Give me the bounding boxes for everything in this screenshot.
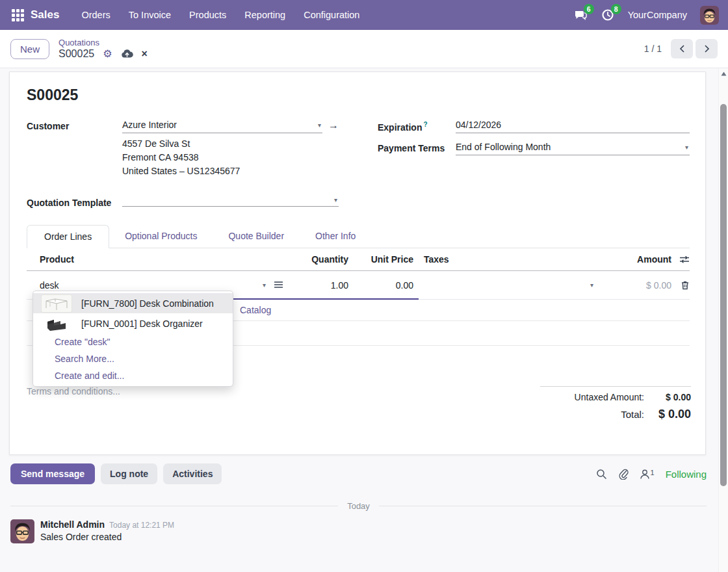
col-header-product[interactable]: Product	[27, 248, 283, 270]
vertical-scrollbar[interactable]	[718, 68, 728, 572]
tab-optional-products[interactable]: Optional Products	[109, 225, 213, 248]
record-pager: 1 / 1	[644, 44, 662, 54]
menu-to-invoice[interactable]: To Invoice	[121, 6, 179, 24]
expiration-field[interactable]: 04/12/2026	[456, 120, 690, 133]
attachments-icon[interactable]	[618, 468, 629, 480]
breadcrumb-quotations-link[interactable]: Quotations	[58, 38, 148, 47]
quantity-input[interactable]: 1.00	[283, 280, 348, 291]
customer-value[interactable]: Azure Interior	[122, 120, 317, 130]
dropdown-search-more[interactable]: Search More...	[33, 350, 233, 367]
scrollbar-thumb[interactable]	[720, 104, 727, 486]
tab-quote-builder[interactable]: Quote Builder	[213, 225, 300, 248]
delete-line-icon[interactable]	[671, 280, 690, 290]
unit-price-input[interactable]: 0.00	[348, 280, 413, 291]
col-header-unit-price[interactable]: Unit Price	[348, 248, 413, 270]
menu-reporting[interactable]: Reporting	[237, 6, 293, 24]
expiration-value[interactable]: 04/12/2026	[456, 120, 690, 130]
customer-internal-link-icon[interactable]: →	[328, 120, 339, 131]
message-body: Sales Order created	[40, 532, 174, 542]
catalog-link[interactable]: Catalog	[240, 305, 271, 315]
customer-field[interactable]: Azure Interior ▾	[122, 120, 322, 133]
search-messages-icon[interactable]	[596, 469, 607, 480]
product-cell[interactable]: desk ▾	[27, 280, 283, 291]
col-header-quantity[interactable]: Quantity	[283, 248, 348, 270]
avatar-image	[700, 6, 719, 25]
customer-label: Customer	[27, 120, 122, 178]
optional-columns-icon[interactable]	[671, 249, 690, 270]
product-input[interactable]: desk	[40, 280, 261, 291]
activities-badge: 8	[611, 4, 621, 14]
dropdown-item-label: [FURN_7800] Desk Combination	[81, 298, 214, 309]
expiration-label: Expiration?	[378, 120, 456, 133]
desk-organizer-thumbnail	[41, 315, 72, 333]
untaxed-amount-value: $ 0.00	[644, 392, 691, 402]
new-button[interactable]: New	[10, 39, 49, 59]
terms-and-conditions-input[interactable]: Terms and conditions...	[27, 386, 120, 426]
menu-orders[interactable]: Orders	[73, 6, 118, 24]
quotation-template-field[interactable]: ▾	[122, 196, 339, 207]
dropdown-item-desk-organizer[interactable]: [FURN_0001] Desk Organizer	[33, 313, 233, 333]
address-line-2: Fremont CA 94538	[122, 151, 339, 164]
log-note-button[interactable]: Log note	[101, 463, 157, 484]
scrollbar-up-arrow-icon[interactable]	[721, 72, 727, 76]
dropdown-item-label: [FURN_0001] Desk Organizer	[81, 318, 203, 329]
save-cloud-icon[interactable]	[121, 49, 133, 58]
tab-other-info[interactable]: Other Info	[300, 225, 371, 248]
activities-icon[interactable]: 8	[601, 8, 615, 22]
app-name[interactable]: Sales	[31, 8, 59, 21]
notebook-tabs: Order Lines Optional Products Quote Buil…	[27, 225, 690, 248]
tab-order-lines[interactable]: Order Lines	[27, 225, 109, 248]
totals-block: Untaxed Amount: $ 0.00 Total: $ 0.00	[540, 386, 691, 426]
chatter: Send message Log note Activities 1 Follo…	[0, 463, 718, 543]
expiration-help-icon[interactable]: ?	[423, 121, 427, 128]
untaxed-amount-label: Untaxed Amount:	[575, 392, 644, 402]
send-message-button[interactable]: Send message	[10, 463, 95, 484]
product-menu-icon[interactable]	[274, 280, 283, 291]
followers-icon[interactable]: 1	[640, 469, 655, 480]
product-autocomplete-dropdown: [FURN_7800] Desk Combination [FURN_0001]…	[32, 291, 233, 387]
date-divider: Today	[10, 501, 707, 511]
payment-terms-value[interactable]: End of Following Month	[456, 142, 684, 152]
messages-icon[interactable]: 6	[573, 8, 588, 22]
content-area: S00025 Customer Azure Interior ▾	[0, 68, 728, 572]
total-value: $ 0.00	[644, 408, 691, 421]
pager-next-button[interactable]	[696, 39, 718, 58]
chevron-left-icon	[679, 45, 685, 53]
message-author[interactable]: Mitchell Admin	[40, 519, 105, 530]
user-avatar[interactable]	[700, 6, 719, 25]
col-header-taxes[interactable]: Taxes	[413, 248, 599, 270]
payment-terms-field[interactable]: End of Following Month ▾	[456, 142, 690, 155]
discard-x-icon[interactable]: ×	[142, 48, 148, 60]
control-panel: New Quotations S00025 ⚙ × 1 / 1	[0, 30, 728, 68]
col-header-amount[interactable]: Amount	[599, 248, 671, 270]
dropdown-item-desk-combination[interactable]: [FURN_7800] Desk Combination	[33, 293, 233, 313]
gear-actions-icon[interactable]: ⚙	[103, 47, 112, 60]
dropdown-create-option[interactable]: Create "desk"	[33, 333, 233, 350]
menu-products[interactable]: Products	[181, 6, 234, 24]
message-author-avatar[interactable]	[10, 519, 34, 543]
top-navbar: Sales Orders To Invoice Products Reporti…	[0, 0, 728, 30]
company-switcher[interactable]: YourCompany	[628, 10, 687, 20]
customer-dropdown-caret-icon[interactable]: ▾	[317, 122, 322, 129]
amount-value: $ 0.00	[599, 280, 671, 291]
total-label: Total:	[621, 409, 644, 420]
taxes-cell[interactable]: ▾	[413, 281, 599, 289]
following-toggle[interactable]: Following	[666, 469, 707, 480]
customer-address: 4557 De Silva St Fremont CA 94538 United…	[122, 137, 339, 178]
address-line-1: 4557 De Silva St	[122, 137, 339, 151]
menu-configuration[interactable]: Configuration	[296, 6, 367, 24]
pager-previous-button[interactable]	[671, 39, 693, 58]
payment-terms-caret-icon[interactable]: ▾	[684, 144, 690, 151]
quotation-template-caret-icon[interactable]: ▾	[333, 196, 339, 203]
activities-button[interactable]: Activities	[163, 463, 222, 484]
desk-combination-thumbnail	[41, 294, 72, 313]
followers-count: 1	[651, 469, 655, 476]
messages-badge: 6	[584, 4, 594, 14]
breadcrumb: Quotations S00025 ⚙ ×	[58, 38, 148, 60]
date-divider-label: Today	[347, 501, 370, 511]
taxes-caret-icon[interactable]: ▾	[589, 281, 595, 289]
dropdown-create-and-edit[interactable]: Create and edit...	[33, 367, 233, 384]
apps-grid-icon[interactable]	[12, 9, 24, 21]
product-caret-icon[interactable]: ▾	[261, 281, 267, 289]
record-title: S00025	[27, 86, 690, 104]
